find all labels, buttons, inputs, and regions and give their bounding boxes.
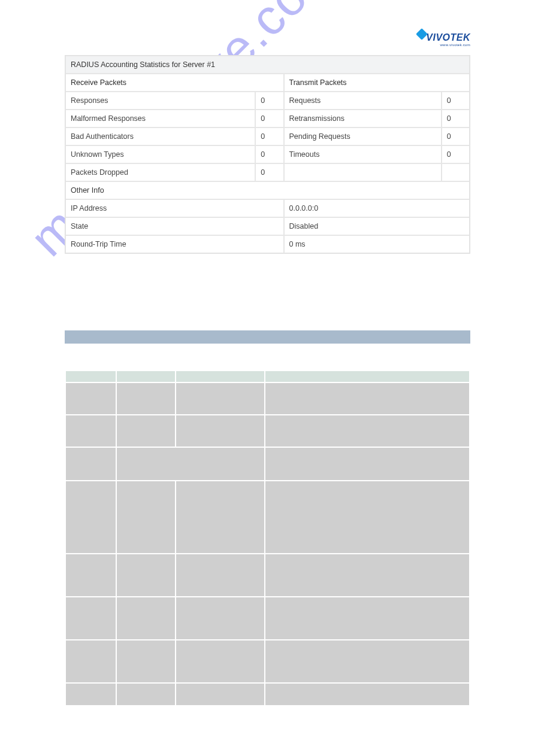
obscured-cell (117, 481, 175, 553)
obscured-table (65, 370, 470, 706)
cell-value: 0 (442, 127, 470, 145)
obscured-cell (176, 554, 264, 596)
cell-label: Retransmissions (284, 110, 442, 127)
obscured-cell (117, 597, 175, 639)
receive-packets-header: Receive Packets (65, 74, 284, 92)
cell-value: 0 (255, 110, 283, 127)
cell-label: Responses (65, 92, 255, 110)
obscured-cell (176, 383, 264, 414)
cell-label: Timeouts (284, 145, 442, 163)
cell-value: 0 (442, 145, 470, 163)
obscured-cell (66, 383, 116, 414)
radius-accounting-table: RADIUS Accounting Statistics for Server … (65, 55, 470, 254)
cell-label (284, 163, 442, 181)
obscured-cell (265, 684, 469, 705)
obscured-cell (265, 448, 469, 480)
obscured-cell (66, 640, 116, 682)
cell-label: Round-Trip Time (65, 235, 284, 253)
obscured-cell (117, 383, 175, 414)
obscured-cell (265, 371, 469, 382)
cell-label: Packets Dropped (65, 163, 255, 181)
cell-value: Disabled (284, 217, 470, 235)
obscured-cell (265, 383, 469, 414)
obscured-cell (66, 597, 116, 639)
transmit-packets-header: Transmit Packets (284, 74, 470, 92)
obscured-cell (66, 415, 116, 447)
obscured-cell (176, 481, 264, 553)
cell-value: 0 (255, 145, 283, 163)
obscured-cell (117, 640, 175, 682)
obscured-cell (117, 448, 264, 480)
obscured-cell (66, 684, 116, 705)
obscured-cell (265, 415, 469, 447)
obscured-cell (117, 554, 175, 596)
logo-subtext: www.vivotek.com (426, 43, 470, 47)
obscured-cell (66, 448, 116, 480)
obscured-cell (117, 684, 175, 705)
cell-value: 0 (442, 92, 470, 110)
obscured-cell (66, 371, 116, 382)
vivotek-logo: VIVOTEK www.vivotek.com (426, 32, 470, 47)
obscured-cell (66, 481, 116, 553)
cell-label: Bad Authenticators (65, 127, 255, 145)
other-info-header: Other Info (65, 181, 470, 199)
logo-text: VIVOTEK (426, 32, 470, 42)
cell-value: 0 (255, 163, 283, 181)
cell-value: 0 ms (284, 235, 470, 253)
cell-label: State (65, 217, 284, 235)
cell-label: Malformed Responses (65, 110, 255, 127)
obscured-cell (176, 597, 264, 639)
section-divider-bar (65, 330, 470, 344)
cell-value: 0 (255, 92, 283, 110)
obscured-cell (66, 554, 116, 596)
obscured-cell (176, 415, 264, 447)
logo-row: VIVOTEK www.vivotek.com (65, 32, 470, 48)
obscured-cell (176, 684, 264, 705)
cell-label: IP Address (65, 199, 284, 217)
table-title: RADIUS Accounting Statistics for Server … (65, 56, 470, 74)
obscured-cell (265, 597, 469, 639)
cell-value: 0 (442, 110, 470, 127)
obscured-cell (117, 371, 175, 382)
cell-value: 0.0.0.0:0 (284, 199, 470, 217)
obscured-cell (117, 415, 175, 447)
obscured-cell (176, 640, 264, 682)
obscured-cell (176, 371, 264, 382)
obscured-cell (265, 481, 469, 553)
cell-value (442, 163, 470, 181)
cell-value: 0 (255, 127, 283, 145)
cell-label: Requests (284, 92, 442, 110)
obscured-cell (265, 554, 469, 596)
obscured-cell (265, 640, 469, 682)
cell-label: Pending Requests (284, 127, 442, 145)
cell-label: Unknown Types (65, 145, 255, 163)
